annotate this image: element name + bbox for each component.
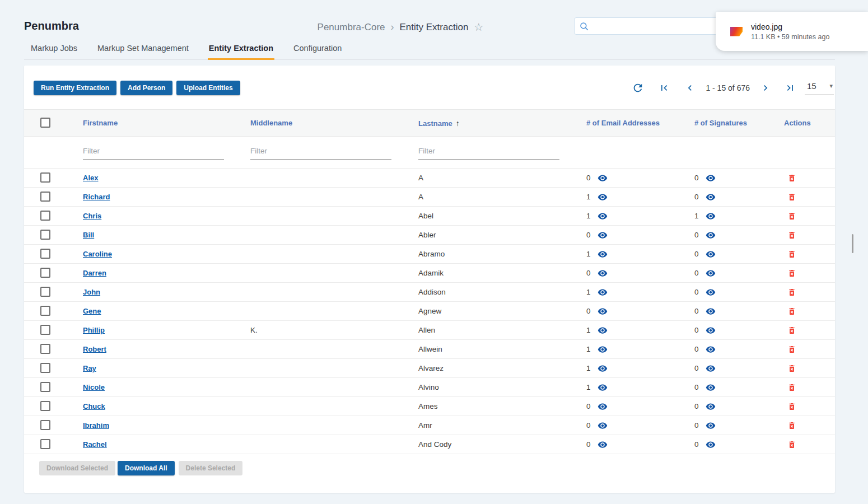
view-signatures-eye-icon[interactable]: [706, 287, 716, 297]
page-size-select[interactable]: 15 ▾: [805, 81, 834, 95]
view-emails-eye-icon[interactable]: [598, 287, 608, 297]
download-all-button[interactable]: Download All: [118, 461, 175, 475]
tab-configuration[interactable]: Configuration: [292, 40, 343, 59]
firstname-link[interactable]: Caroline: [83, 250, 112, 258]
view-emails-eye-icon[interactable]: [598, 421, 608, 431]
vertical-scrollbar-thumb[interactable]: [852, 234, 853, 253]
firstname-link[interactable]: Bill: [83, 231, 94, 239]
delete-row-icon[interactable]: [787, 269, 796, 278]
view-signatures-eye-icon[interactable]: [706, 306, 716, 316]
column-header-lastname[interactable]: Lastname↑: [418, 110, 586, 137]
view-signatures-eye-icon[interactable]: [706, 382, 716, 393]
row-checkbox[interactable]: [40, 401, 50, 411]
view-emails-eye-icon[interactable]: [598, 230, 608, 240]
last-page-icon[interactable]: [785, 82, 796, 94]
view-emails-eye-icon[interactable]: [598, 268, 608, 278]
delete-row-icon[interactable]: [787, 250, 796, 259]
view-emails-eye-icon[interactable]: [598, 249, 608, 259]
upload-entities-button[interactable]: Upload Entities: [176, 81, 240, 95]
delete-row-icon[interactable]: [787, 174, 796, 183]
view-signatures-eye-icon[interactable]: [706, 192, 716, 202]
view-emails-eye-icon[interactable]: [598, 363, 608, 374]
middlename-filter-input[interactable]: [250, 147, 391, 160]
next-page-icon[interactable]: [760, 82, 771, 94]
delete-selected-button[interactable]: Delete Selected: [179, 461, 243, 475]
tab-markup-set-management[interactable]: Markup Set Management: [96, 40, 190, 59]
delete-row-icon[interactable]: [787, 307, 796, 316]
delete-row-icon[interactable]: [787, 364, 796, 373]
firstname-link[interactable]: Gene: [83, 307, 101, 315]
download-notification[interactable]: video.jpg 11.1 KB • 59 minutes ago: [716, 12, 868, 51]
view-emails-eye-icon[interactable]: [598, 192, 608, 202]
row-checkbox[interactable]: [40, 344, 50, 354]
row-checkbox[interactable]: [40, 439, 50, 449]
view-signatures-eye-icon[interactable]: [706, 230, 716, 240]
firstname-link[interactable]: Ibrahim: [83, 421, 109, 430]
firstname-link[interactable]: Ray: [83, 364, 96, 372]
firstname-link[interactable]: John: [83, 288, 100, 296]
column-header-emails[interactable]: # of Email Addresses: [586, 110, 694, 137]
firstname-link[interactable]: Rachel: [83, 440, 107, 449]
row-checkbox[interactable]: [40, 420, 50, 430]
delete-row-icon[interactable]: [787, 193, 796, 202]
run-entity-extraction-button[interactable]: Run Entity Extraction: [34, 81, 116, 95]
row-checkbox[interactable]: [40, 363, 50, 373]
view-signatures-eye-icon[interactable]: [706, 268, 716, 278]
row-checkbox[interactable]: [40, 211, 50, 221]
view-emails-eye-icon[interactable]: [598, 173, 608, 183]
view-signatures-eye-icon[interactable]: [706, 325, 716, 335]
delete-row-icon[interactable]: [787, 345, 796, 354]
row-checkbox[interactable]: [40, 306, 50, 316]
tab-entity-extraction[interactable]: Entity Extraction: [208, 40, 274, 59]
firstname-filter-input[interactable]: [83, 147, 224, 160]
previous-page-icon[interactable]: [684, 82, 696, 94]
breadcrumb-parent[interactable]: Penumbra-Core: [318, 22, 385, 33]
row-checkbox[interactable]: [40, 249, 50, 259]
view-signatures-eye-icon[interactable]: [706, 402, 716, 412]
delete-row-icon[interactable]: [787, 326, 796, 335]
row-checkbox[interactable]: [40, 192, 50, 202]
delete-row-icon[interactable]: [787, 212, 796, 221]
view-emails-eye-icon[interactable]: [598, 211, 608, 221]
add-person-button[interactable]: Add Person: [120, 81, 172, 95]
view-signatures-eye-icon[interactable]: [706, 421, 716, 431]
delete-row-icon[interactable]: [787, 440, 796, 449]
row-checkbox[interactable]: [40, 172, 50, 183]
view-emails-eye-icon[interactable]: [598, 344, 608, 354]
delete-row-icon[interactable]: [787, 383, 796, 392]
delete-row-icon[interactable]: [787, 231, 796, 240]
delete-row-icon[interactable]: [787, 288, 796, 297]
view-emails-eye-icon[interactable]: [598, 306, 608, 316]
view-emails-eye-icon[interactable]: [598, 382, 608, 393]
firstname-link[interactable]: Chris: [83, 212, 101, 220]
firstname-link[interactable]: Nicole: [83, 383, 105, 391]
refresh-icon[interactable]: [632, 82, 644, 94]
view-signatures-eye-icon[interactable]: [706, 173, 716, 183]
lastname-filter-input[interactable]: [418, 147, 559, 160]
row-checkbox[interactable]: [40, 287, 50, 297]
row-checkbox[interactable]: [40, 230, 50, 240]
firstname-link[interactable]: Richard: [83, 193, 110, 201]
firstname-link[interactable]: Alex: [83, 174, 98, 182]
first-page-icon[interactable]: [659, 82, 670, 94]
firstname-link[interactable]: Darren: [83, 269, 106, 277]
delete-row-icon[interactable]: [787, 421, 796, 430]
view-emails-eye-icon[interactable]: [598, 325, 608, 335]
select-all-checkbox[interactable]: [40, 118, 50, 128]
row-checkbox[interactable]: [40, 268, 50, 278]
view-signatures-eye-icon[interactable]: [706, 211, 716, 221]
row-checkbox[interactable]: [40, 325, 50, 335]
delete-row-icon[interactable]: [787, 402, 796, 411]
view-signatures-eye-icon[interactable]: [706, 344, 716, 354]
download-selected-button[interactable]: Download Selected: [39, 461, 115, 475]
column-header-firstname[interactable]: Firstname: [83, 110, 250, 137]
view-emails-eye-icon[interactable]: [598, 440, 608, 450]
firstname-link[interactable]: Chuck: [83, 402, 105, 410]
tab-markup-jobs[interactable]: Markup Jobs: [30, 40, 78, 59]
column-header-signatures[interactable]: # of Signatures: [694, 110, 784, 137]
row-checkbox[interactable]: [40, 382, 50, 392]
view-signatures-eye-icon[interactable]: [706, 249, 716, 259]
view-signatures-eye-icon[interactable]: [706, 363, 716, 374]
column-header-middlename[interactable]: Middlename: [250, 110, 418, 137]
firstname-link[interactable]: Robert: [83, 345, 106, 353]
